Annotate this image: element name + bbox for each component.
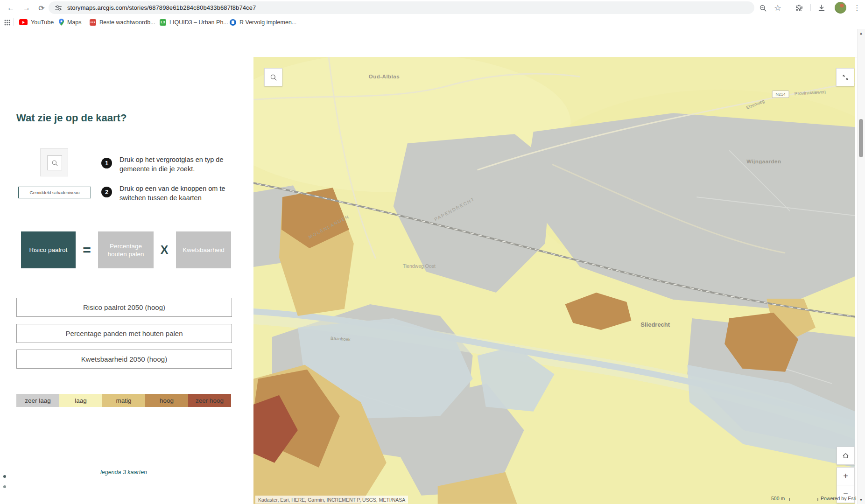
formula-times: X: [155, 231, 174, 268]
legend-swatch-laag: laag: [59, 394, 102, 407]
legend-label: laag: [75, 397, 87, 404]
forward-button[interactable]: →: [21, 2, 33, 14]
youtube-icon: [19, 19, 28, 25]
step-2-text: Druk op een van de knoppen om te switche…: [120, 184, 235, 203]
formula-factor2-box: Kwetsbaarheid: [176, 231, 231, 268]
story-panel: Wat zie je op de kaart? Gemiddeld schade…: [0, 57, 253, 504]
scrollbar-down-arrow[interactable]: ▼: [857, 497, 865, 503]
screen: ← → ⟳ storymaps.arcgis.com/stories/68789…: [0, 0, 865, 504]
powered-by-esri: Powered by Esri: [821, 496, 856, 501]
site-settings-icon[interactable]: [54, 4, 63, 12]
zoom-page-icon[interactable]: [758, 3, 767, 13]
address-bar[interactable]: storymaps.arcgis.com/stories/687898e61b2…: [49, 1, 754, 14]
bookmark-password-manager[interactable]: Beste wachtwoordb...: [88, 17, 157, 28]
panel-heading: Wat zie je op de kaart?: [16, 112, 240, 124]
step-1-text: Druk op het vergrootglas en typ de gemee…: [120, 155, 235, 174]
legend-bar: zeer laag laag matig hoog zeer hoog: [16, 394, 231, 407]
story-nav-dot[interactable]: [3, 485, 6, 488]
home-icon: [842, 452, 850, 460]
reload-icon: ⟳: [38, 4, 44, 13]
page-scrollbar-track[interactable]: [857, 29, 865, 504]
step-2-badge: 2: [101, 187, 112, 197]
story-nav-dot-current[interactable]: [3, 475, 6, 478]
legend-label: hoog: [160, 397, 174, 404]
url-text: storymaps.arcgis.com/stories/687898e61b2…: [67, 4, 256, 11]
step-1-badge: 1: [101, 158, 112, 168]
formula-result-box: Risico paalrot: [21, 231, 76, 268]
map-search-button[interactable]: [264, 68, 282, 86]
map-home-button[interactable]: [837, 447, 855, 465]
legend-caption-link[interactable]: legenda 3 kaarten: [16, 469, 231, 476]
scrollbar-up-arrow[interactable]: ▲: [857, 30, 865, 36]
zoom-in-button[interactable]: +: [837, 468, 854, 485]
map-road-shield: N214: [772, 91, 789, 98]
bookmark-youtube[interactable]: YouTube: [17, 17, 56, 28]
bookmark-label: Beste wachtwoordb...: [99, 19, 155, 26]
back-button[interactable]: ←: [5, 2, 17, 14]
profile-avatar[interactable]: [835, 2, 846, 14]
liquid3-icon: L3: [160, 19, 166, 26]
road-shield-label: N214: [775, 92, 785, 97]
downloads-button[interactable]: [817, 3, 826, 13]
expand-icon: [842, 74, 849, 81]
map-canvas[interactable]: N214 Oud-Alblas Wijngaarden Provincialew…: [253, 57, 855, 504]
forward-icon: →: [23, 4, 30, 12]
bookmark-liquid3[interactable]: L3 LIQUID3 – Urban Ph...: [158, 17, 230, 28]
download-icon: [817, 4, 826, 12]
bookmark-label: YouTube: [31, 19, 54, 26]
legend-label: zeer hoog: [196, 397, 224, 404]
browser-toolbar: ← → ⟳ storymaps.arcgis.com/stories/68789…: [0, 0, 865, 15]
back-icon: ←: [7, 4, 14, 12]
map-scale-bar: [789, 497, 819, 502]
legend-swatch-hoog: hoog: [145, 394, 188, 407]
map-scale-label: 500 m: [771, 496, 785, 501]
map-expand-button[interactable]: [836, 68, 854, 86]
toolbar-divider: [810, 4, 811, 11]
map-attribution: Kadaster, Esri, HERE, Garmin, INCREMENT …: [255, 496, 408, 504]
widget-button-thumbnail: Gemiddeld schadeniveau: [18, 187, 91, 198]
reload-button[interactable]: ⟳: [35, 2, 48, 14]
maps-pin-icon: [59, 19, 64, 26]
bookmark-label: R Vervolg implemen...: [239, 19, 296, 26]
search-icon: [270, 74, 277, 81]
extensions-button[interactable]: [795, 3, 804, 13]
legend-swatch-zeer-laag: zeer laag: [16, 394, 59, 407]
bookmark-r-vervolg[interactable]: R Vervolg implemen...: [228, 17, 298, 28]
map-label-tiendweg-oost: Tiendweg Oost: [403, 264, 436, 269]
puzzle-icon: [795, 4, 803, 12]
apps-grid-icon[interactable]: [4, 19, 10, 28]
bookmarks-divider: [14, 18, 14, 26]
map-label-oud-alblas: Oud-Alblas: [369, 74, 400, 79]
page-scrollbar-thumb[interactable]: [859, 119, 863, 157]
button-risico-paalrot[interactable]: Risico paalrot 2050 (hoog): [16, 298, 232, 317]
formula-equals: =: [77, 231, 96, 268]
formula-factor1-box: Percentage houten palen: [98, 231, 154, 268]
bookmark-star-button[interactable]: ☆: [773, 3, 782, 13]
legend-label: zeer laag: [25, 397, 51, 404]
kebab-icon: ⋮: [854, 4, 861, 12]
password-manager-icon: [90, 19, 96, 26]
r-vervolg-icon: [230, 19, 236, 26]
bookmark-label: LIQUID3 – Urban Ph...: [169, 19, 228, 26]
bookmark-maps[interactable]: Maps: [57, 17, 84, 28]
legend-label: matig: [116, 397, 131, 404]
button-kwetsbaarheid[interactable]: Kwetsbaarheid 2050 (hoog): [16, 350, 232, 369]
map-label-sliedrecht: Sliedrecht: [640, 321, 670, 328]
bookmark-label: Maps: [67, 19, 82, 26]
star-icon: ☆: [774, 3, 781, 13]
bookmarks-bar: YouTube Maps Beste wachtwoordb... L3 LIQ…: [0, 15, 865, 29]
story-header: Risicokaarten funderingen: [0, 29, 865, 57]
browser-menu-button[interactable]: ⋮: [852, 3, 862, 13]
search-icon: [51, 160, 58, 167]
map-container: N214 Oud-Alblas Wijngaarden Provincialew…: [253, 57, 855, 504]
map-label-wijngaarden: Wijngaarden: [746, 159, 781, 164]
search-widget-button: [47, 155, 62, 170]
legend-swatch-zeer-hoog: zeer hoog: [188, 394, 231, 407]
legend-swatch-matig: matig: [102, 394, 145, 407]
button-percentage-houten-palen[interactable]: Percentage panden met houten palen: [16, 324, 232, 343]
